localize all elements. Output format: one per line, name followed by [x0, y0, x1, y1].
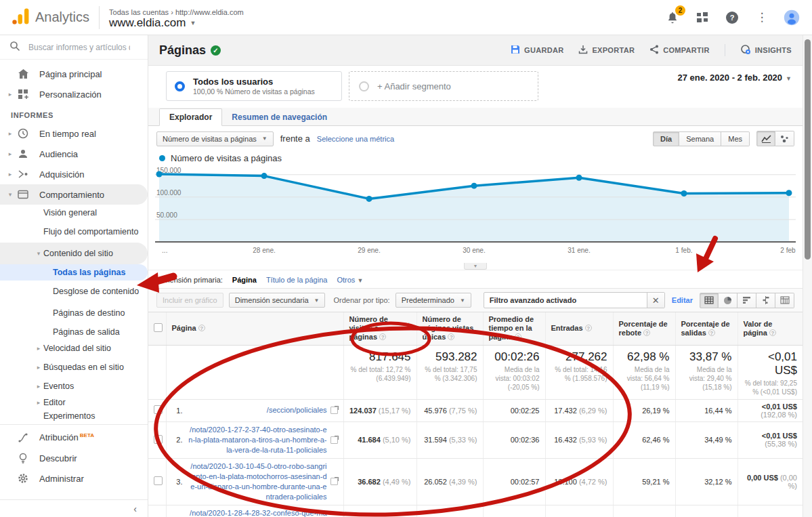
chart-data-point[interactable] [366, 196, 372, 202]
collapse-sidebar-button[interactable]: ‹ [0, 499, 148, 517]
chart-collapse-handle[interactable]: ▼ [464, 263, 487, 270]
expander-icon[interactable]: ▾ [5, 191, 15, 198]
edit-filter-link[interactable]: Editar [672, 296, 693, 304]
dimension-page-title[interactable]: Título de la página [266, 276, 328, 284]
chevron-down-icon[interactable]: ▼ [190, 20, 196, 26]
sidebar-item-all-pages[interactable]: Todas las páginas [0, 264, 148, 281]
notifications-bell-icon[interactable]: 2 [664, 9, 681, 26]
scrollbar-thumb[interactable] [805, 39, 811, 260]
account-breadcrumb[interactable]: Todas las cuentas › http://www.eldia.com… [100, 5, 244, 30]
help-icon[interactable]: ? [724, 9, 740, 26]
column-header-page-value[interactable]: Valor de página? [738, 312, 803, 345]
save-button[interactable]: GUARDAR [511, 45, 563, 56]
sidebar-item-attribution[interactable]: AtribuciónBETA [0, 428, 148, 448]
expander-icon[interactable]: ▸ [34, 345, 43, 352]
sidebar-item-behavior-flow[interactable]: Flujo del comportamiento [0, 221, 148, 243]
percentage-view-button[interactable] [719, 293, 738, 308]
expander-icon[interactable]: ▸ [34, 399, 43, 406]
motion-chart-view-button[interactable] [775, 131, 794, 146]
expander-icon[interactable]: ▸ [5, 130, 15, 137]
sidebar-item-realtime[interactable]: ▸ En tiempo real [0, 123, 148, 144]
analytics-brand[interactable]: Analytics [0, 7, 99, 28]
sidebar-item-site-search[interactable]: ▸Búsquedas en el sitio [0, 356, 148, 378]
secondary-dimension-dropdown[interactable]: Dimensión secundaria▼ [229, 293, 326, 308]
granularity-month[interactable]: Mes [721, 131, 750, 146]
select-all-checkbox[interactable] [154, 323, 163, 332]
column-header-bounce-rate[interactable]: Porcentaje de rebote? [613, 312, 675, 345]
avatar[interactable] [784, 9, 800, 26]
help-icon[interactable]: ? [515, 333, 521, 340]
help-icon[interactable]: ? [198, 325, 205, 331]
chart-data-point[interactable] [261, 173, 267, 179]
sidebar-item-events[interactable]: ▸Eventos [0, 378, 148, 394]
sidebar-item-behavior[interactable]: ▾ Comportamiento [0, 184, 148, 205]
chart-data-point[interactable] [786, 190, 792, 196]
more-options-icon[interactable]: ⋮ [754, 9, 770, 26]
column-header-exit-rate[interactable]: Porcentaje de salidas? [675, 312, 738, 345]
external-link-icon[interactable] [330, 478, 338, 485]
sort-type-dropdown[interactable]: Predeterminado▼ [396, 293, 471, 308]
row-checkbox[interactable] [154, 405, 163, 414]
external-link-icon[interactable] [330, 436, 338, 444]
tab-navigation-summary[interactable]: Resumen de navegación [222, 109, 337, 125]
sidebar-item-experiments[interactable]: Experimentos [0, 411, 148, 421]
sidebar-item-discover[interactable]: Descubrir [0, 448, 148, 468]
page-url-link[interactable]: /seccion/policiales [188, 405, 327, 415]
add-segment-button[interactable]: + Añadir segmento [349, 71, 538, 101]
select-metric-link[interactable]: Seleccione una métrica [317, 135, 394, 143]
column-header-avg-time[interactable]: Promedio de tiempo en la página? [483, 312, 545, 345]
sidebar-item-content-drilldown[interactable]: Desglose de contenido [0, 281, 148, 302]
sidebar-item-home[interactable]: Página principal [0, 64, 148, 84]
column-header-unique-pageviews[interactable]: Número de páginas vistas únicas? [416, 312, 483, 345]
sidebar-item-personalization[interactable]: ▸ Personalización [0, 84, 148, 104]
help-icon[interactable]: ? [379, 333, 386, 340]
export-button[interactable]: EXPORTAR [578, 45, 635, 56]
chart-data-point[interactable] [576, 175, 582, 181]
granularity-week[interactable]: Semana [679, 131, 721, 146]
date-range-selector[interactable]: 27 ene. 2020 - 2 feb. 2020▼ [677, 73, 792, 83]
help-icon[interactable]: ? [769, 329, 776, 336]
chart-data-point[interactable] [681, 190, 687, 197]
metric-selector-dropdown[interactable]: Número de visitas a páginas▼ [156, 131, 274, 146]
help-icon[interactable]: ? [448, 333, 454, 340]
search-input[interactable] [28, 43, 130, 52]
help-icon[interactable]: ? [585, 325, 592, 331]
expander-icon[interactable]: ▸ [34, 383, 43, 390]
chart-data-point[interactable] [156, 171, 163, 177]
granularity-day[interactable]: Día [653, 131, 679, 146]
segment-all-users[interactable]: Todos los usuarios 100,00 % Número de vi… [166, 71, 342, 101]
page-url-link[interactable]: /nota/2020-1-28-4-28-32-confeso-que-mato… [188, 508, 327, 517]
row-checkbox[interactable] [154, 476, 163, 485]
dimension-page[interactable]: Página [232, 276, 257, 284]
page-url-link[interactable]: /nota/2020-1-27-2-37-40-otro-asesinato-e… [188, 425, 327, 455]
sidebar-item-publisher[interactable]: ▸Editor [0, 394, 148, 411]
share-button[interactable]: COMPARTIR [649, 45, 710, 56]
clear-filter-button[interactable]: ✕ [647, 293, 664, 308]
pivot-view-button[interactable] [775, 293, 794, 308]
sidebar-item-site-speed[interactable]: ▸Velocidad del sitio [0, 340, 148, 356]
sidebar-item-audience[interactable]: ▸ Audiencia [0, 144, 148, 164]
comparison-view-button[interactable] [756, 293, 775, 308]
column-header-page[interactable]: Página? [166, 312, 343, 345]
dimension-other-dropdown[interactable]: Otros ▼ [337, 276, 363, 284]
sidebar-item-landing-pages[interactable]: Páginas de destino [0, 302, 148, 324]
insights-button[interactable]: INSIGHTS [740, 44, 792, 56]
tab-explorer[interactable]: Explorador [159, 108, 222, 126]
table-view-button[interactable] [700, 293, 719, 308]
column-header-entrances[interactable]: Entradas? [545, 312, 613, 345]
chart-data-point[interactable] [471, 183, 477, 189]
expander-icon[interactable]: ▸ [34, 363, 43, 373]
expander-icon[interactable]: ▸ [5, 91, 15, 98]
sidebar-item-admin[interactable]: Administrar [0, 468, 148, 489]
line-chart-view-button[interactable] [756, 131, 775, 146]
expander-icon[interactable]: ▸ [5, 150, 15, 157]
help-icon[interactable]: ? [643, 329, 650, 336]
page-url-link[interactable]: /nota/2020-1-30-10-45-0-otro-robo-sangri… [188, 461, 327, 502]
row-checkbox[interactable] [154, 435, 163, 444]
expander-icon[interactable]: ▸ [5, 171, 15, 178]
sidebar-item-exit-pages[interactable]: Páginas de salida [0, 324, 148, 340]
vertical-scrollbar[interactable] [803, 35, 812, 517]
sidebar-item-site-content[interactable]: ▾Contenido del sitio [0, 243, 148, 264]
traffic-chart[interactable]: 50.000100.000150.000...28 ene.29 ene.30 … [155, 166, 796, 261]
apps-grid-icon[interactable] [694, 9, 710, 26]
